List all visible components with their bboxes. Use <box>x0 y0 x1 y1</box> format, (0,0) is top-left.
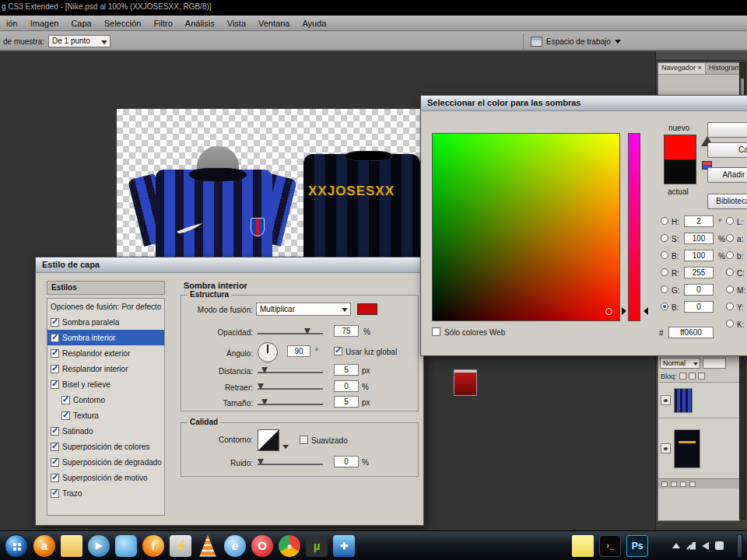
checkbox-icon[interactable] <box>51 443 59 451</box>
blend-mode-dropdown[interactable]: Multiplicar <box>256 303 351 316</box>
checkbox-icon[interactable] <box>51 365 59 373</box>
checkbox-icon[interactable] <box>51 334 59 342</box>
checkbox-icon[interactable] <box>51 458 59 467</box>
show-desktop-button[interactable] <box>737 534 742 558</box>
vlc-icon[interactable] <box>197 535 219 557</box>
lock-pixels-icon[interactable] <box>689 373 696 380</box>
start-button[interactable] <box>5 534 28 558</box>
menu-seleccion[interactable]: Selección <box>98 16 148 31</box>
radio-k[interactable] <box>726 320 734 327</box>
radio-m[interactable] <box>726 285 734 293</box>
radio-s[interactable] <box>661 234 668 242</box>
hex-field[interactable]: ff0600 <box>668 327 714 338</box>
radio-c[interactable] <box>726 268 734 276</box>
opacity-field[interactable] <box>703 358 726 369</box>
network-icon[interactable] <box>686 542 696 550</box>
avast-icon[interactable]: a <box>33 535 55 557</box>
slider-thumb[interactable] <box>258 459 264 465</box>
console-icon[interactable]: ›_ <box>599 535 621 557</box>
radio-y[interactable] <box>726 303 734 310</box>
photoshop-icon[interactable]: Ps <box>626 535 648 557</box>
style-item-satin[interactable]: Satinado <box>47 423 164 439</box>
menu-capa[interactable]: Capa <box>65 16 97 31</box>
menu-edicion[interactable]: ión <box>0 16 24 31</box>
color-libraries-button[interactable]: Bibliotecas de colores <box>707 194 747 209</box>
angle-field[interactable]: 90 <box>287 345 310 357</box>
dialog-title[interactable]: Estilo de capa <box>36 257 423 273</box>
opacity-slider[interactable] <box>258 333 323 334</box>
web-colors-checkbox[interactable] <box>432 327 440 336</box>
visibility-eye-icon[interactable] <box>661 443 671 453</box>
global-light-checkbox[interactable] <box>334 347 342 355</box>
b2-field[interactable]: 0 <box>684 301 714 313</box>
checkbox-icon[interactable] <box>51 380 59 389</box>
folder-icon[interactable] <box>61 535 82 557</box>
antialias-checkbox[interactable] <box>300 436 308 444</box>
dialog-title[interactable]: Seleccionar el color para las sombras <box>421 96 747 111</box>
chevron-down-icon[interactable] <box>282 445 289 449</box>
radio-lab-b[interactable] <box>726 251 734 259</box>
radio-a[interactable] <box>726 234 734 242</box>
checkbox-icon[interactable] <box>51 474 59 482</box>
layer-row[interactable] <box>658 418 739 478</box>
internet-explorer-icon[interactable]: e <box>224 535 246 557</box>
style-item-color-overlay[interactable]: Superposición de colores <box>47 439 164 454</box>
tab-histograma[interactable]: Histograma <box>706 63 739 74</box>
ok-button[interactable]: OK <box>707 122 747 138</box>
contour-preview[interactable] <box>258 429 279 451</box>
style-item-inner-glow[interactable]: Resplandor interior <box>47 361 164 376</box>
checkbox-icon[interactable] <box>51 489 59 498</box>
menu-ventana[interactable]: Ventana <box>252 16 296 31</box>
slider-arrow-right-icon[interactable] <box>644 307 648 315</box>
visibility-eye-icon[interactable] <box>661 395 671 405</box>
blend-mode-dropdown[interactable]: Normal <box>660 358 700 369</box>
style-item-texture[interactable]: Textura <box>47 408 164 423</box>
sample-size-dropdown[interactable]: De 1 punto <box>48 35 110 47</box>
b-field[interactable]: 100 <box>684 250 714 261</box>
opera-icon[interactable]: O <box>251 535 273 557</box>
size-slider[interactable] <box>258 404 323 405</box>
close-icon[interactable]: × <box>698 64 702 72</box>
style-item-blending-options[interactable]: Opciones de fusión: Por defecto <box>47 299 164 314</box>
size-field[interactable]: 5 <box>334 396 359 408</box>
messenger-icon[interactable] <box>115 535 137 557</box>
volume-icon[interactable] <box>702 542 709 550</box>
new-layer-icon[interactable] <box>680 481 686 487</box>
s-field[interactable]: 100 <box>684 233 714 244</box>
checkbox-icon[interactable] <box>51 318 59 327</box>
style-item-gradient-overlay[interactable]: Superposición de degradado <box>47 454 164 470</box>
checkbox-icon[interactable] <box>61 411 70 420</box>
delete-layer-icon[interactable] <box>689 481 696 487</box>
menu-analisis[interactable]: Análisis <box>179 16 221 31</box>
style-item-bevel-emboss[interactable]: Bisel y relieve <box>47 376 164 392</box>
chrome-icon[interactable]: ● <box>279 535 300 557</box>
slider-thumb[interactable] <box>304 328 310 334</box>
current-color-swatch[interactable] <box>665 159 696 184</box>
angle-dial[interactable] <box>258 342 278 362</box>
color-slider[interactable] <box>628 133 640 321</box>
color-field[interactable] <box>432 133 620 321</box>
slider-arrow-left-icon[interactable] <box>622 307 626 315</box>
radio-b2[interactable] <box>661 303 668 310</box>
tray-expand-icon[interactable] <box>672 543 680 548</box>
h-field[interactable]: 2 <box>684 215 714 227</box>
style-item-stroke[interactable]: Trazo <box>47 485 164 501</box>
utorrent-icon[interactable]: µ <box>306 535 328 557</box>
style-item-inner-shadow[interactable]: Sombra interior <box>47 330 164 345</box>
checkbox-icon[interactable] <box>51 349 59 358</box>
winamp-icon[interactable]: ⚡ <box>170 535 191 557</box>
workspace-button[interactable]: Espacio de trabajo <box>531 34 621 48</box>
checkbox-icon[interactable] <box>61 396 70 404</box>
security-shield-icon[interactable]: ✚ <box>333 535 355 557</box>
link-layers-icon[interactable] <box>661 481 668 487</box>
style-item-pattern-overlay[interactable]: Superposición de motivo <box>47 470 164 485</box>
color-field-marker[interactable] <box>605 308 612 315</box>
radio-h[interactable] <box>661 217 668 225</box>
choke-slider[interactable] <box>258 388 323 390</box>
style-item-outer-glow[interactable]: Resplandor exterior <box>47 345 164 361</box>
r-field[interactable]: 255 <box>684 267 714 278</box>
style-item-drop-shadow[interactable]: Sombra paralela <box>47 314 164 330</box>
action-center-icon[interactable] <box>715 541 724 550</box>
tab-navegador[interactable]: Navegador × <box>658 63 706 74</box>
layer-style-icon[interactable] <box>671 481 677 487</box>
